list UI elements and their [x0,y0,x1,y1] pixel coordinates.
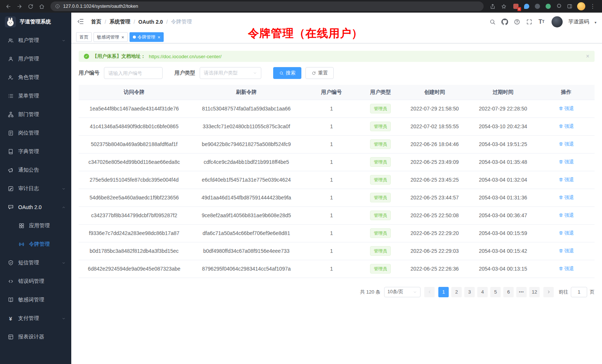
sidebar-item-label: 审计日志 [18,185,57,192]
sidebar-item[interactable]: 通知公告 [0,161,71,179]
fullscreen-icon[interactable] [526,19,533,25]
search-button[interactable]: 搜索 [273,67,301,79]
page-size-select[interactable]: 10条/页 [384,287,421,297]
force-logout-button[interactable]: 强退 [559,105,574,112]
site-info-icon[interactable] [55,4,60,9]
cell-expire-time: 2054-03-04 01:31:36 [468,189,538,206]
next-page-button[interactable] [543,287,554,297]
extension-icon-blue[interactable] [523,3,530,10]
force-logout-button[interactable]: 强退 [559,159,574,165]
cell-user-id: 1 [303,189,360,206]
sidebar-item[interactable]: 角色管理 [0,68,71,87]
browser-panel-icon[interactable] [566,3,573,10]
browser-forward-icon[interactable] [14,1,24,11]
browser-home-icon[interactable] [36,1,47,11]
tab-close-icon[interactable]: × [158,35,161,40]
page-button[interactable]: 2 [451,287,462,297]
sidebar-item[interactable]: 令牌管理 [0,235,71,254]
collapse-sidebar-icon[interactable] [77,18,85,26]
table-row: c342377bf8b344799dcbf7bf095287f29ce8ef2a… [79,206,595,224]
annotation-text: 令牌管理（在线用户） [248,26,363,41]
page-button[interactable]: 12 [529,287,540,297]
page-button[interactable]: 5 [490,287,501,297]
extension-icon-dark[interactable] [534,3,541,10]
force-logout-button[interactable]: 强退 [559,176,574,183]
force-logout-button[interactable]: 强退 [559,265,574,272]
cell-refresh-token: dfa6c71a50a54c66bef706ef9e6e8d81 [190,224,303,242]
username[interactable]: 芋道源码 [568,19,589,25]
extension-icon-red[interactable]: 0 [513,3,519,10]
extension-icon-green[interactable] [545,3,552,10]
user-type-label: 用户类型 [174,70,195,76]
sidebar-item[interactable]: OAuth 2.0 [0,198,71,216]
sidebar-item[interactable]: 岗位管理 [0,124,71,142]
github-icon[interactable] [501,19,508,25]
goto-label: 前往 [559,289,568,295]
tab-item[interactable]: 敏感词管理× [94,32,128,42]
page-button[interactable]: 6 [503,287,514,297]
sidebar-item[interactable]: 报表设计器 [0,328,71,346]
browser-back-icon[interactable] [3,1,13,11]
tab-item-active[interactable]: 令牌管理× [130,32,164,42]
report-designer-icon [7,334,14,340]
breadcrumb-separator: / [166,19,168,25]
sidebar-item[interactable]: 短信管理 [0,254,71,272]
sensitive-word-icon [7,297,14,303]
force-logout-button[interactable]: 强退 [559,212,574,219]
share-icon[interactable] [487,1,498,11]
sidebar-item[interactable]: 审计日志 [0,179,71,198]
cell-refresh-token: 9ce8ef2aa9f14056b831ae9b608e28d5 [190,206,303,224]
page-more-button[interactable]: ••• [516,287,527,297]
page-button[interactable]: 4 [477,287,488,297]
page-button[interactable]: 3 [464,287,475,297]
font-size-icon[interactable]: TT [538,19,545,25]
user-avatar[interactable] [552,16,563,27]
page-content: ✓ 【用户体系】文档地址： https://doc.iocoder.cn/use… [71,43,602,364]
force-logout-button[interactable]: 强退 [559,194,574,201]
alert-close-icon[interactable]: × [586,53,589,59]
breadcrumb-item[interactable]: 系统管理 [109,19,130,25]
reset-button[interactable]: 重置 [305,67,334,79]
error-code-icon [7,278,14,285]
goto-page-input[interactable] [571,287,587,297]
search-icon[interactable] [489,19,496,25]
sidebar-item[interactable]: 应用管理 [0,216,71,235]
sidebar-item[interactable]: 错误码管理 [0,272,71,291]
alert-text: 【用户体系】文档地址： [92,53,145,60]
sidebar-item[interactable]: 部门管理 [0,105,71,124]
page-button[interactable]: 1 [438,287,449,297]
force-logout-button[interactable]: 强退 [559,141,574,148]
breadcrumb-item[interactable]: OAuth 2.0 [138,19,163,25]
force-logout-button[interactable]: 强退 [559,248,574,254]
sidebar-item[interactable]: 租户管理 [0,31,71,50]
tab-item[interactable]: 首页 [76,32,92,42]
browser-more-icon[interactable]: ⋮ [589,3,596,10]
sidebar-item[interactable]: ¥支付管理 [0,309,71,328]
user-caret-down-icon[interactable]: ▾ [595,20,596,24]
sidebar-item-label: OAuth 2.0 [18,204,57,210]
cell-access-token: c347026e805e4d99b0d116eae66eda8c [79,153,190,171]
app-logo[interactable]: 芋道管理系统 [0,13,71,31]
doc-link[interactable]: https://doc.iocoder.cn/user-center/ [149,54,222,59]
browser-profile-avatar[interactable] [577,2,585,10]
sidebar-item[interactable]: 菜单管理 [0,87,71,105]
user-type-badge: 管理员 [370,228,391,238]
sidebar-item[interactable]: 敏感词管理 [0,291,71,309]
user-type-select[interactable]: 请选择用户类型 [200,67,261,79]
sidebar-item[interactable]: 字典管理 [0,142,71,161]
browser-address-bar[interactable]: 127.0.0.1:1024/system/oauth2/token [50,1,484,11]
breadcrumb-item[interactable]: 首页 [91,19,101,25]
force-logout-button[interactable]: 强退 [559,123,574,130]
force-logout-button[interactable]: 强退 [559,230,574,236]
bookmark-star-icon[interactable] [498,1,509,11]
cell-create-time: 2022-07-02 18:55:55 [401,118,468,135]
cell-access-token: 275e5de9151045fe87cbdc395e004f4d [79,171,190,189]
prev-page-button[interactable] [424,287,435,297]
tab-close-icon[interactable]: × [121,35,124,40]
browser-reload-icon[interactable] [25,1,36,11]
user-type-badge: 管理员 [370,175,391,185]
help-question-icon[interactable] [514,19,520,25]
sidebar-item[interactable]: 用户管理 [0,50,71,68]
extensions-puzzle-icon[interactable] [556,3,562,10]
user-id-input[interactable] [104,67,163,79]
